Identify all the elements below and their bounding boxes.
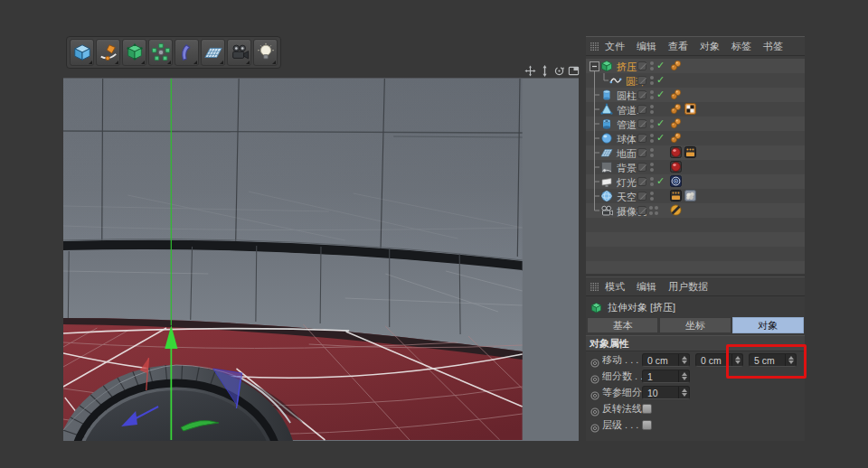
cone-icon[interactable] [600, 103, 613, 116]
object-row[interactable]: 圆环✓ [586, 73, 805, 88]
sky-texture-tag[interactable] [684, 190, 696, 201]
keyframe-icon[interactable] [590, 420, 599, 429]
phong-tag[interactable] [670, 117, 682, 129]
spline-pen-button[interactable] [96, 39, 120, 66]
checkbox[interactable] [642, 404, 652, 414]
layer-color-box[interactable] [637, 119, 646, 128]
phong-tag[interactable] [670, 60, 682, 71]
layer-color-box[interactable] [637, 134, 646, 143]
tube-icon[interactable] [600, 117, 613, 130]
keyframe-icon[interactable] [590, 404, 599, 413]
value-field[interactable]: 10 [642, 386, 690, 399]
object-name[interactable]: 背景 [617, 162, 637, 175]
keyframe-icon[interactable] [590, 355, 599, 364]
object-row[interactable]: 管道.1 [586, 102, 805, 117]
object-row[interactable]: 球体✓ [586, 131, 805, 145]
spinner-control[interactable] [731, 354, 742, 366]
layer-color-box[interactable] [637, 105, 646, 114]
floor-environment-button[interactable] [201, 39, 225, 66]
checker-texture-tag[interactable] [684, 103, 696, 115]
object-row[interactable]: 管道✓ [586, 117, 805, 131]
object-name[interactable]: 灯光 [617, 176, 637, 190]
layer-color-box[interactable] [637, 177, 646, 186]
layer-color-box[interactable] [637, 163, 646, 172]
phong-tag[interactable] [670, 89, 682, 100]
am-menu-1[interactable]: 编辑 [637, 280, 656, 294]
cylinder-icon[interactable] [600, 89, 613, 101]
panel-grip-icon[interactable] [590, 42, 599, 51]
checkbox[interactable] [642, 420, 652, 430]
spinner-control[interactable] [785, 354, 796, 366]
object-row[interactable]: 圆柱✓ [586, 88, 805, 102]
maximize-icon[interactable] [568, 65, 580, 77]
layer-color-box[interactable] [637, 76, 646, 85]
protection-tag[interactable] [670, 204, 682, 216]
phong-tag[interactable] [670, 132, 682, 144]
target-tag[interactable] [670, 175, 682, 187]
compositing-tag[interactable] [670, 190, 682, 201]
subdivision-surface-button[interactable] [122, 39, 146, 66]
object-name[interactable]: 地面 [617, 147, 637, 161]
om-menu-1[interactable]: 编辑 [637, 40, 656, 53]
red-material-tag[interactable] [670, 146, 682, 158]
enable-check-icon[interactable]: ✓ [656, 117, 665, 129]
viewport-canvas[interactable] [63, 78, 579, 441]
enable-check-icon[interactable]: ✓ [656, 175, 665, 187]
value-field[interactable]: 0 cm [642, 353, 690, 367]
object-row[interactable]: 摄像机 [586, 203, 805, 218]
am-menu-2[interactable]: 用户数据 [668, 280, 708, 294]
background-icon[interactable] [600, 161, 613, 173]
enable-check-icon[interactable]: ✓ [656, 74, 665, 86]
object-row[interactable]: 挤压✓ [586, 59, 805, 73]
panel-grip-icon[interactable] [590, 282, 599, 292]
sphere-icon[interactable] [600, 132, 613, 145]
layer-color-box[interactable] [637, 192, 646, 201]
om-menu-4[interactable]: 标签 [731, 40, 751, 53]
value-field[interactable]: 0 cm [695, 353, 743, 367]
pan-icon[interactable] [524, 65, 536, 77]
object-row[interactable]: 天空 [586, 189, 805, 203]
floor-icon[interactable] [600, 146, 613, 159]
enable-check-icon[interactable]: ✓ [656, 89, 665, 100]
cube-primitive-button[interactable] [70, 39, 94, 66]
red-material-tag[interactable] [670, 161, 682, 173]
layer-color-box[interactable] [637, 61, 646, 70]
enable-check-icon[interactable]: ✓ [656, 60, 665, 71]
enable-check-icon[interactable]: ✓ [656, 132, 665, 144]
tab-坐标[interactable]: 坐标 [659, 317, 731, 333]
dolly-icon[interactable] [539, 65, 551, 77]
tab-对象[interactable]: 对象 [732, 317, 804, 333]
deformer-button[interactable] [175, 39, 199, 66]
spinner-control[interactable] [678, 354, 689, 366]
om-menu-2[interactable]: 查看 [668, 40, 688, 53]
om-menu-0[interactable]: 文件 [605, 40, 625, 53]
object-name[interactable]: 管道 [617, 118, 637, 132]
keyframe-icon[interactable] [590, 388, 599, 397]
rotate-icon[interactable] [553, 65, 565, 77]
object-row[interactable]: 灯光✓ [586, 174, 805, 189]
camera-object-icon[interactable] [600, 204, 613, 217]
object-name[interactable]: 天空 [617, 191, 637, 204]
object-row[interactable]: 地面 [586, 145, 805, 160]
spinner-control[interactable] [678, 370, 689, 382]
value-field[interactable]: 1 [642, 370, 690, 383]
om-menu-3[interactable]: 对象 [700, 40, 720, 53]
object-name[interactable]: 挤压 [617, 61, 637, 74]
extrude-icon[interactable] [600, 60, 613, 72]
array-generator-button[interactable] [148, 39, 173, 66]
am-menu-0[interactable]: 模式 [605, 280, 625, 294]
object-name[interactable]: 圆柱 [617, 89, 637, 103]
compositing-tag[interactable] [684, 146, 696, 158]
value-field[interactable]: 5 cm [749, 353, 797, 367]
layer-color-box[interactable] [637, 206, 646, 215]
spinner-control[interactable] [678, 387, 689, 398]
layer-color-box[interactable] [637, 90, 646, 99]
keyframe-icon[interactable] [590, 371, 599, 380]
sky-icon[interactable] [600, 190, 613, 202]
phong-tag[interactable] [670, 103, 682, 115]
om-menu-5[interactable]: 书签 [763, 40, 783, 53]
camera-tool-button[interactable] [227, 39, 251, 66]
object-row[interactable]: 背景 [586, 160, 805, 174]
object-name[interactable]: 球体 [617, 133, 637, 146]
layer-color-box[interactable] [637, 148, 646, 157]
